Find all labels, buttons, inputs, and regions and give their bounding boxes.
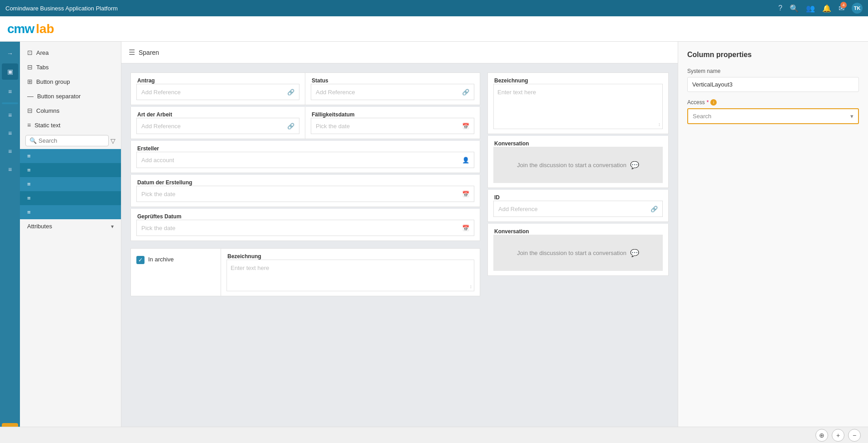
row-art-faellig: Art der Arbeit Add Reference 🔗 Fälligkei…: [130, 107, 480, 139]
help-icon[interactable]: ?: [778, 4, 782, 12]
right-panel-title: Column properties: [687, 51, 859, 59]
sidebar-icon-monitor[interactable]: ▣: [2, 63, 18, 80]
access-label-text: Access: [687, 99, 705, 106]
art-input[interactable]: Add Reference 🔗: [136, 118, 299, 134]
sidebar-icon-lines-2[interactable]: ≡: [2, 107, 18, 123]
tabs-label: Tabs: [36, 64, 48, 71]
sidebar-item-area[interactable]: ⊡ Area: [20, 45, 121, 60]
datum-placeholder: Pick the date: [141, 191, 175, 197]
access-required-star: *: [707, 99, 709, 106]
left-form: Antrag Add Reference 🔗 Status Add Refere…: [130, 72, 480, 296]
konversation-top-box[interactable]: Join the discussion to start a conversat…: [493, 147, 663, 183]
system-name-input[interactable]: VerticalLayout3: [687, 77, 859, 92]
sidebar-item-button-group[interactable]: ⊞ Button group: [20, 74, 121, 89]
id-input[interactable]: Add Reference 🔗: [493, 201, 663, 217]
select-chevron-icon: ▾: [850, 113, 854, 120]
faellig-cal-icon: 📅: [462, 123, 469, 130]
search-input[interactable]: [39, 137, 105, 144]
chat-icon-bottom: 💬: [630, 249, 639, 257]
datum-section: Datum der Erstellung Pick the date 📅: [130, 175, 480, 207]
sidebar-item-columns[interactable]: ⊟ Columns: [20, 103, 121, 118]
globe-icon: ⊕: [819, 432, 825, 439]
filter-icon[interactable]: ▽: [111, 137, 116, 144]
sidebar-icon-lines-3[interactable]: ≡: [2, 125, 18, 141]
sidebar-icon-lines-4[interactable]: ≡: [2, 143, 18, 159]
antrag-input[interactable]: Add Reference 🔗: [136, 84, 299, 100]
datum-input[interactable]: Pick the date 📅: [136, 186, 474, 202]
topbar-actions: ? 🔍 👥 🔔 ✉ 4 TK: [778, 3, 863, 14]
access-select[interactable]: Search ▾: [687, 108, 859, 124]
bezeichnung-left-textarea[interactable]: Enter text here ↕: [227, 260, 474, 291]
logo-lab: lab: [36, 22, 54, 36]
statusbar: ⊕ + −: [0, 427, 868, 443]
geprueft-input[interactable]: Pick the date 📅: [136, 220, 474, 236]
bezeichnung-left-placeholder: Enter text here: [231, 265, 269, 271]
bottom-row: ✓ In archive Bezeichnung Enter text here…: [130, 248, 480, 296]
logobar: cmw lab: [0, 16, 868, 42]
tabs-icon: ⊟: [27, 63, 33, 71]
remove-icon: −: [853, 432, 856, 439]
konversation-bottom-box[interactable]: Join the discussion to start a conversat…: [493, 235, 663, 271]
chat-icon-top: 💬: [630, 161, 639, 169]
badge-count: 4: [840, 2, 847, 8]
active-item-5[interactable]: ≡: [20, 205, 121, 219]
status-link-icon: 🔗: [462, 89, 469, 96]
status-input[interactable]: Add Reference 🔗: [311, 84, 474, 100]
remove-button[interactable]: −: [848, 429, 861, 442]
sidebar-item-tabs[interactable]: ⊟ Tabs: [20, 60, 121, 74]
globe-button[interactable]: ⊕: [815, 429, 828, 442]
system-name-label: System name: [687, 68, 859, 74]
avatar[interactable]: TK: [852, 3, 863, 14]
sidebar-item-button-separator[interactable]: — Button separator: [20, 89, 121, 103]
bell-icon[interactable]: 🔔: [822, 4, 831, 13]
status-field: Status Add Reference 🔗: [305, 73, 480, 105]
art-field: Art der Arbeit Add Reference 🔗: [131, 107, 305, 139]
notification-badge[interactable]: ✉ 4: [839, 4, 844, 13]
antrag-field: Antrag Add Reference 🔗: [131, 73, 305, 105]
active-item-2[interactable]: ≡: [20, 163, 121, 177]
active-item-4[interactable]: ≡: [20, 191, 121, 205]
sidebar-icon-lines-5[interactable]: ≡: [2, 161, 18, 178]
system-name-field: System name VerticalLayout3: [687, 68, 859, 92]
faellig-input[interactable]: Pick the date 📅: [311, 118, 474, 134]
add-button[interactable]: +: [832, 429, 844, 442]
toolbar-menu-icon[interactable]: ☰: [129, 48, 135, 57]
ersteller-input[interactable]: Add account 👤: [136, 152, 474, 168]
konversation-top-text: Join the discussion to start a conversat…: [517, 162, 626, 169]
info-icon[interactable]: i: [710, 99, 717, 106]
active-item-1[interactable]: ≡: [20, 149, 121, 163]
bezeichnung-right-textarea[interactable]: Enter text here ↕: [493, 84, 663, 129]
access-label-row: Access * i: [687, 99, 859, 106]
access-field: Access * i Search ▾: [687, 99, 859, 124]
area-icon: ⊡: [27, 49, 33, 56]
ersteller-placeholder: Add account: [141, 157, 174, 164]
konversation-top-section: Konversation Join the discussion to star…: [487, 136, 669, 188]
center-content-area: Antrag Add Reference 🔗 Status Add Refere…: [121, 63, 678, 305]
geprueft-label: Geprüftes Datum: [136, 213, 474, 220]
active-item-3[interactable]: ≡: [20, 177, 121, 191]
button-separator-label: Button separator: [37, 93, 81, 100]
art-link-icon: 🔗: [287, 123, 294, 130]
sidebar-item-static-text[interactable]: ≡ Static text: [20, 118, 121, 132]
active-item-icon-5: ≡: [27, 209, 31, 216]
resize-handle-right-icon: ↕: [658, 121, 661, 127]
columns-icon: ⊟: [27, 107, 33, 114]
datum-cal-icon: 📅: [462, 191, 469, 197]
topbar: Comindware Business Application Platform…: [0, 0, 868, 16]
sidebar-icon-lines-1[interactable]: ≡: [2, 83, 18, 100]
button-separator-icon: —: [27, 92, 34, 100]
right-panel: Column properties System name VerticalLa…: [678, 42, 868, 443]
search-icon[interactable]: 🔍: [790, 4, 799, 13]
resize-handle-icon: ↕: [470, 284, 473, 289]
form-right-grid: Antrag Add Reference 🔗 Status Add Refere…: [130, 72, 669, 296]
geprueft-cal-icon: 📅: [462, 225, 469, 231]
static-text-icon: ≡: [27, 121, 31, 129]
sidebar-icon-arrow[interactable]: →: [2, 45, 18, 62]
id-label: ID: [493, 194, 663, 201]
search-box[interactable]: 🔍: [25, 135, 109, 146]
attributes-row[interactable]: Attributes ▾: [20, 219, 121, 233]
in-archive-checkbox[interactable]: ✓: [136, 256, 145, 264]
ersteller-label: Ersteller: [136, 145, 474, 152]
sidebar-divider: [2, 102, 18, 104]
users-icon[interactable]: 👥: [806, 4, 815, 13]
